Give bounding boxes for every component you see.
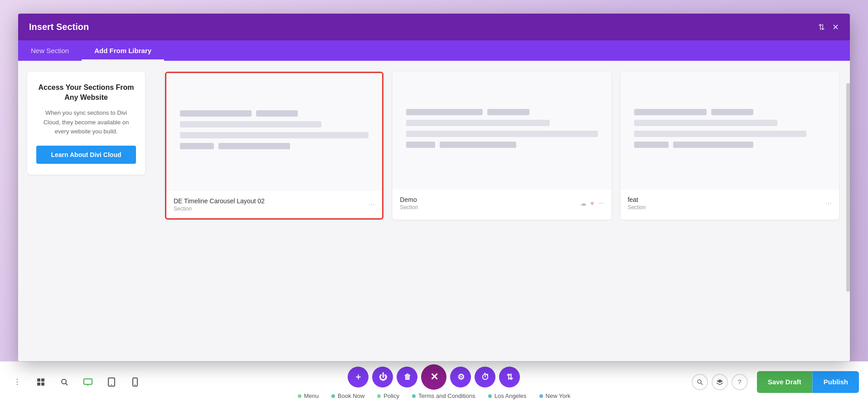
bottom-toolbar: ⋮ + ⏻ 🗑 ✕ ⚙ ⏱ ⇅ xyxy=(0,361,868,402)
section-3-more-icon[interactable]: ⋯ xyxy=(825,200,832,207)
fab-settings-button[interactable]: ⚙ xyxy=(451,367,471,387)
section-card-2-preview xyxy=(393,72,611,190)
fab-clock-button[interactable]: ⏱ xyxy=(475,367,496,387)
section-card-1-actions: ⋯ xyxy=(369,201,375,208)
svg-line-5 xyxy=(66,383,68,385)
svg-line-14 xyxy=(701,383,703,385)
toolbar-menu-icon[interactable]: ⋮ xyxy=(9,374,25,390)
toolbar-desktop-icon[interactable] xyxy=(80,374,96,390)
scrollbar[interactable] xyxy=(846,83,850,292)
section-2-more-icon[interactable]: ⋯ xyxy=(598,200,604,207)
sort-icon[interactable]: ⇅ xyxy=(818,22,825,32)
toolbar-mobile-icon[interactable] xyxy=(127,374,143,390)
section-card-3-type: Section xyxy=(628,204,646,211)
toolbar-left: ⋮ xyxy=(9,374,143,390)
page-new-york[interactable]: New York xyxy=(539,392,571,399)
section-card-1[interactable]: DE Timeline Carousel Layout 02 Section ⋯ xyxy=(165,72,383,220)
section-card-1-type: Section xyxy=(174,206,265,212)
toolbar-right-icons: ? xyxy=(692,374,748,390)
section-2-heart-icon[interactable]: ♥ xyxy=(590,200,594,207)
section-card-2-footer: Demo Section ☁ ♥ ⋯ xyxy=(393,190,611,217)
section-2-cloud-icon[interactable]: ☁ xyxy=(580,200,587,207)
close-icon[interactable]: ✕ xyxy=(832,22,839,32)
page-terms-label: Terms and Conditions xyxy=(418,392,475,399)
section-card-2-actions: ☁ ♥ ⋯ xyxy=(580,200,604,207)
section-card-2[interactable]: Demo Section ☁ ♥ ⋯ xyxy=(393,72,611,220)
page-los-angeles[interactable]: Los Angeles xyxy=(488,392,527,399)
skeleton-2 xyxy=(406,109,597,152)
fab-add-button[interactable]: + xyxy=(348,367,369,387)
section-card-3-preview xyxy=(621,72,839,190)
section-card-1-name: DE Timeline Carousel Layout 02 xyxy=(174,197,265,205)
modal-header: Insert Section ⇅ ✕ xyxy=(18,14,850,40)
skeleton-1 xyxy=(180,110,369,154)
page-policy[interactable]: Policy xyxy=(377,392,399,399)
svg-point-12 xyxy=(135,384,136,385)
svg-point-10 xyxy=(111,384,112,385)
page-terms[interactable]: Terms and Conditions xyxy=(412,392,475,399)
page-links: Menu Book Now Policy Terms and Condition… xyxy=(298,392,571,399)
page-menu[interactable]: Menu xyxy=(298,392,319,399)
section-card-1-preview xyxy=(166,73,382,191)
modal-sidebar: Access Your Sections From Any Website Wh… xyxy=(18,61,154,361)
insert-section-modal: Insert Section ⇅ ✕ New Section Add From … xyxy=(18,14,850,361)
tab-add-from-library[interactable]: Add From Library xyxy=(82,40,164,61)
page-los-angeles-label: Los Angeles xyxy=(495,392,527,399)
fab-power-button[interactable]: ⏻ xyxy=(373,367,393,387)
svg-rect-3 xyxy=(41,382,44,386)
toolbar-grid-icon[interactable] xyxy=(33,374,49,390)
publish-button[interactable]: Publish xyxy=(812,371,859,393)
save-publish-buttons: Save Draft Publish xyxy=(757,371,859,393)
svg-point-13 xyxy=(698,380,701,383)
svg-rect-1 xyxy=(41,378,44,382)
section-card-3-actions: ⋯ xyxy=(825,200,832,207)
save-draft-button[interactable]: Save Draft xyxy=(757,371,812,393)
toolbar-search-icon[interactable] xyxy=(56,374,73,390)
skeleton-3 xyxy=(634,109,825,152)
page-menu-label: Menu xyxy=(304,392,319,399)
toolbar-tablet-icon[interactable] xyxy=(103,374,120,390)
toolbar-layers-icon[interactable] xyxy=(712,374,728,390)
learn-about-divi-cloud-button[interactable]: Learn About Divi Cloud xyxy=(36,146,136,164)
fab-close-button[interactable]: ✕ xyxy=(422,364,447,390)
page-book-now[interactable]: Book Now xyxy=(331,392,364,399)
modal-header-icons: ⇅ ✕ xyxy=(818,22,839,32)
fab-sort-button[interactable]: ⇅ xyxy=(499,367,520,387)
toolbar-help-icon[interactable]: ? xyxy=(732,374,748,390)
svg-rect-6 xyxy=(84,379,92,384)
tab-new-section[interactable]: New Section xyxy=(18,40,82,61)
section-card-3[interactable]: feat Section ⋯ xyxy=(621,72,839,220)
section-card-3-footer: feat Section ⋯ xyxy=(621,190,839,217)
section-card-1-footer: DE Timeline Carousel Layout 02 Section ⋯ xyxy=(166,191,382,218)
divi-cloud-card: Access Your Sections From Any Website Wh… xyxy=(27,72,145,175)
svg-rect-2 xyxy=(37,382,40,386)
sections-content: DE Timeline Carousel Layout 02 Section ⋯ xyxy=(154,61,850,361)
sidebar-card-description: When you sync sections to Divi Cloud, th… xyxy=(36,108,136,137)
section-card-2-type: Section xyxy=(400,204,418,211)
section-1-more-icon[interactable]: ⋯ xyxy=(369,201,375,208)
section-card-2-name: Demo xyxy=(400,196,418,203)
modal-body: Access Your Sections From Any Website Wh… xyxy=(18,61,850,361)
page-policy-label: Policy xyxy=(383,392,399,399)
fab-buttons: + ⏻ 🗑 ✕ ⚙ ⏱ ⇅ xyxy=(348,364,520,390)
svg-rect-0 xyxy=(37,378,40,382)
sidebar-card-title: Access Your Sections From Any Website xyxy=(36,83,136,103)
modal-tabs: New Section Add From Library xyxy=(18,40,850,61)
toolbar-search-right-icon[interactable] xyxy=(692,374,708,390)
page-book-now-label: Book Now xyxy=(338,392,364,399)
page-new-york-label: New York xyxy=(546,392,571,399)
sections-grid: DE Timeline Carousel Layout 02 Section ⋯ xyxy=(165,72,839,220)
svg-point-4 xyxy=(62,379,66,384)
modal-title: Insert Section xyxy=(29,22,89,32)
section-card-3-name: feat xyxy=(628,196,646,203)
toolbar-right: ? Save Draft Publish xyxy=(692,371,859,393)
fab-trash-button[interactable]: 🗑 xyxy=(397,367,418,387)
